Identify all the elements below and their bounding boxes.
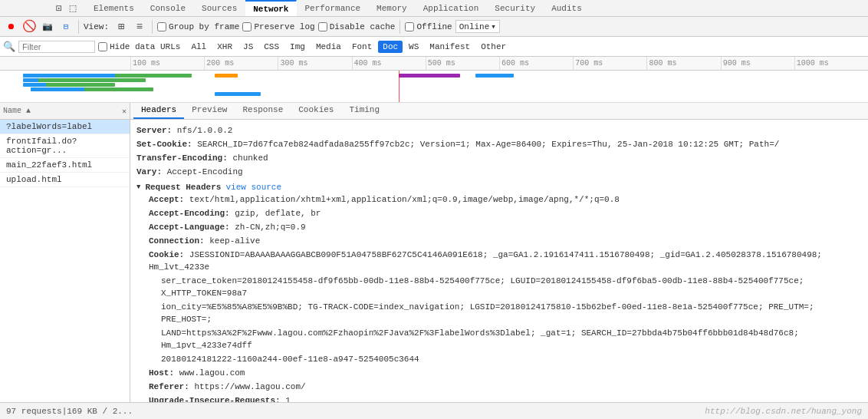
tab-memory[interactable]: Memory — [369, 0, 416, 16]
hide-data-urls-checkbox[interactable] — [98, 42, 107, 51]
tab-application[interactable]: Application — [416, 0, 488, 16]
filter-btn-ws[interactable]: WS — [404, 41, 423, 53]
offline-label: Offline — [416, 22, 452, 31]
tick-400: 400 ms — [352, 57, 426, 70]
close-icon[interactable]: ✕ — [122, 107, 127, 116]
tab-elements[interactable]: Elements — [86, 0, 143, 16]
filter-btn-css[interactable]: CSS — [259, 41, 284, 53]
file-item-2[interactable]: frontIfail.do?action=gr... — [0, 134, 130, 158]
tick-100: 100 ms — [130, 57, 204, 70]
marker-line — [399, 71, 399, 103]
filter-btn-all[interactable]: All — [186, 41, 211, 53]
grid-view-icon[interactable]: ⊞ — [113, 19, 129, 35]
filter-btn-other[interactable]: Other — [476, 41, 511, 53]
collapse-triangle[interactable]: ▼ — [136, 183, 140, 191]
bar-2 — [23, 74, 115, 78]
tab-network[interactable]: Network — [245, 0, 297, 16]
tab-performance[interactable]: Performance — [297, 0, 369, 16]
request-headers-title: ▼ Request Headers view source — [136, 183, 862, 192]
sub-tab-cookies[interactable]: Cookies — [291, 103, 341, 119]
timeline-area: 100 ms 200 ms 300 ms 400 ms 500 ms 600 m… — [0, 57, 868, 103]
vary-row: Vary: Accept-Encoding — [136, 166, 862, 178]
cookie-row-5: 20180124181222-1160a244-00ef-11e8-a947-5… — [149, 353, 862, 365]
disable-cache-checkbox[interactable] — [318, 22, 327, 31]
sub-tab-preview[interactable]: Preview — [184, 103, 235, 119]
filter-btn-doc[interactable]: Doc — [378, 41, 403, 53]
vary-val: Accept-Encoding — [167, 167, 243, 177]
headers-content: Server: nfs/1.0.0.2 Set-Cookie: SEARCH_I… — [130, 120, 868, 402]
accept-language-row: Accept-Language: zh-CN,zh;q=0.9 — [149, 221, 862, 233]
upgrade-insecure-row: Upgrade-Insecure-Requests: 1 — [149, 394, 862, 402]
transfer-encoding-key: Transfer-Encoding: — [136, 153, 228, 163]
connection-row: Connection: keep-alive — [149, 235, 862, 247]
server-val: nfs/1.0.0.2 — [177, 126, 233, 135]
pointer-icon[interactable]: ⊡ — [52, 2, 66, 15]
throttle-dropdown[interactable]: Online ▾ — [455, 20, 500, 33]
record-icon[interactable]: ⏺ — [3, 19, 18, 35]
toolbar-sep-2 — [152, 20, 153, 34]
status-bar: 97 requests | 169 KB / 2... http://blog.… — [0, 402, 868, 419]
online-label: Online — [459, 22, 490, 31]
tick-900: 900 ms — [721, 57, 794, 70]
upgrade-insecure-key: Upgrade-Insecure-Requests: — [149, 396, 281, 402]
filter-btn-xhr[interactable]: XHR — [212, 41, 237, 53]
request-headers-body: Accept: text/html,application/xhtml+xml,… — [136, 193, 862, 402]
timeline-bars — [0, 71, 868, 103]
view-source-link[interactable]: view source — [225, 183, 281, 192]
transfer-encoding-val: chunked — [232, 153, 268, 163]
server-row: Server: nfs/1.0.0.2 — [136, 124, 862, 137]
host-key: Host: — [149, 368, 174, 378]
bar-12 — [475, 74, 514, 78]
tab-console[interactable]: Console — [143, 0, 194, 16]
transfer-encoding-row: Transfer-Encoding: chunked — [136, 152, 862, 164]
tab-sources[interactable]: Sources — [194, 0, 245, 16]
filter-btn-js[interactable]: JS — [238, 41, 258, 53]
referer-val: https://www.lagou.com/ — [194, 382, 305, 391]
tab-audits[interactable]: Audits — [544, 0, 590, 16]
tick-600: 600 ms — [499, 57, 573, 70]
tick-700: 700 ms — [573, 57, 646, 70]
dropdown-arrow-icon: ▾ — [491, 21, 496, 31]
referer-row: Referer: https://www.lagou.com/ — [149, 381, 862, 393]
accept-language-val: zh-CN,zh;q=0.9 — [235, 223, 305, 232]
filter-icon[interactable]: ⊟ — [58, 19, 74, 35]
tick-300: 300 ms — [278, 57, 351, 70]
tab-security[interactable]: Security — [487, 0, 544, 16]
offline-checkbox[interactable] — [405, 22, 414, 31]
disable-cache-group: Disable cache — [318, 22, 396, 31]
filter-btn-media[interactable]: Media — [311, 41, 346, 53]
file-item-1[interactable]: ?labelWords=label — [0, 120, 130, 134]
connection-val: keep-alive — [209, 236, 260, 246]
sub-tab-headers[interactable]: Headers — [133, 103, 184, 119]
accept-encoding-row: Accept-Encoding: gzip, deflate, br — [149, 207, 862, 219]
clear-icon[interactable]: 🚫 — [21, 19, 37, 35]
cookie-row-3: ion_city=%E5%85%A8%E5%9B%BD; TG-TRACK-CO… — [149, 301, 862, 325]
group-by-frame-checkbox[interactable] — [157, 22, 166, 31]
accept-key: Accept: — [149, 195, 184, 204]
file-item-3[interactable]: main_22faef3.html — [0, 158, 130, 173]
view-label: View: — [84, 22, 109, 31]
bar-10 — [215, 74, 238, 78]
group-by-frame-group: Group by frame — [157, 22, 239, 31]
file-item-4[interactable]: upload.html — [0, 173, 130, 187]
sub-tab-response[interactable]: Response — [235, 103, 291, 119]
set-cookie-row: Set-Cookie: SEARCH_ID=7d67fca7eb824adfad… — [136, 138, 862, 150]
list-view-icon[interactable]: ≡ — [132, 19, 147, 35]
preserve-log-checkbox[interactable] — [242, 22, 252, 31]
cookie-val-4: LAND=https%3A%2F%2Fwww.lagou.com%2Fzhaop… — [161, 328, 799, 350]
sub-tab-timing[interactable]: Timing — [341, 103, 387, 119]
host-row: Host: www.lagou.com — [149, 367, 862, 379]
set-cookie-key: Set-Cookie: — [136, 140, 192, 149]
filter-btn-manifest[interactable]: Manifest — [425, 41, 475, 53]
filter-input[interactable] — [18, 41, 95, 53]
filter-btn-img[interactable]: Img — [285, 41, 310, 53]
bar-8 — [31, 87, 84, 91]
hide-data-urls-group: Hide data URLs — [98, 42, 180, 51]
filter-bar: 🔍 Hide data URLs All XHR JS CSS Img Medi… — [0, 37, 868, 57]
filter-btn-font[interactable]: Font — [347, 41, 376, 53]
referer-key: Referer: — [149, 382, 189, 391]
cookie-val-5: 20180124181222-1160a244-00ef-11e8-a947-5… — [161, 355, 419, 364]
accept-encoding-key: Accept-Encoding: — [149, 209, 230, 218]
camera-icon[interactable]: 📷 — [40, 19, 55, 35]
inspect-icon[interactable]: ⬚ — [66, 2, 80, 15]
